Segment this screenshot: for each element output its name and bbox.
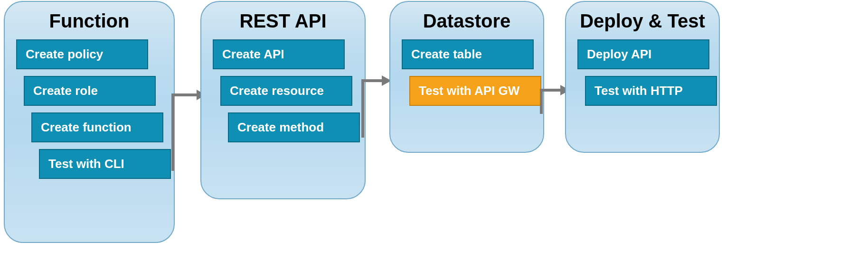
step-box: Create resource [220, 76, 352, 106]
step-box: Create table [402, 39, 534, 69]
step-box: Create policy [16, 39, 148, 69]
stage-rest-api: REST API Create API Create resource Crea… [200, 1, 366, 199]
step-box: Create function [31, 112, 163, 142]
step-box: Create API [213, 39, 345, 69]
stage-deploy-test: Deploy & Test Deploy API Test with HTTP [565, 1, 720, 153]
stage-datastore: Datastore Create table Test with API GW [389, 1, 544, 153]
stage-title: REST API [213, 10, 353, 32]
stage-function: Function Create policy Create role Creat… [4, 1, 175, 243]
step-box: Test with HTTP [585, 76, 717, 106]
step-box: Create method [228, 112, 360, 142]
stage-title: Function [16, 10, 162, 32]
step-box: Create role [24, 76, 156, 106]
stage-title: Datastore [402, 10, 532, 32]
stage-title: Deploy & Test [577, 10, 708, 32]
step-box: Deploy API [577, 39, 709, 69]
step-box-highlight: Test with API GW [409, 76, 541, 106]
step-box: Test with CLI [39, 149, 171, 179]
